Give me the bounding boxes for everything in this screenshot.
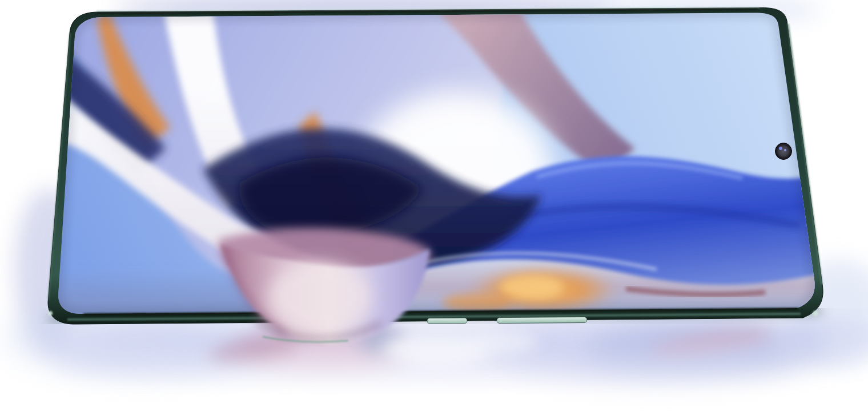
- front-camera-glint: [779, 147, 782, 150]
- frame-corner-glint-left: [48, 311, 53, 316]
- render-canvas: [0, 0, 868, 416]
- side-buttons: [427, 317, 587, 324]
- side-button-short: [427, 318, 467, 324]
- reflection-left: [40, 325, 223, 373]
- front-camera-glint-small: [784, 149, 786, 151]
- phone-product-render: [0, 0, 868, 416]
- reflection-white-2: [469, 330, 538, 355]
- silk-orange-core: [500, 276, 562, 298]
- frame-corner-glint-right: [813, 311, 818, 316]
- screen-wallpaper: [40, 5, 834, 320]
- silk-spill-highlight: [268, 262, 371, 331]
- front-camera: [775, 143, 792, 160]
- front-camera-lens: [775, 143, 792, 160]
- side-button-long: [497, 317, 587, 323]
